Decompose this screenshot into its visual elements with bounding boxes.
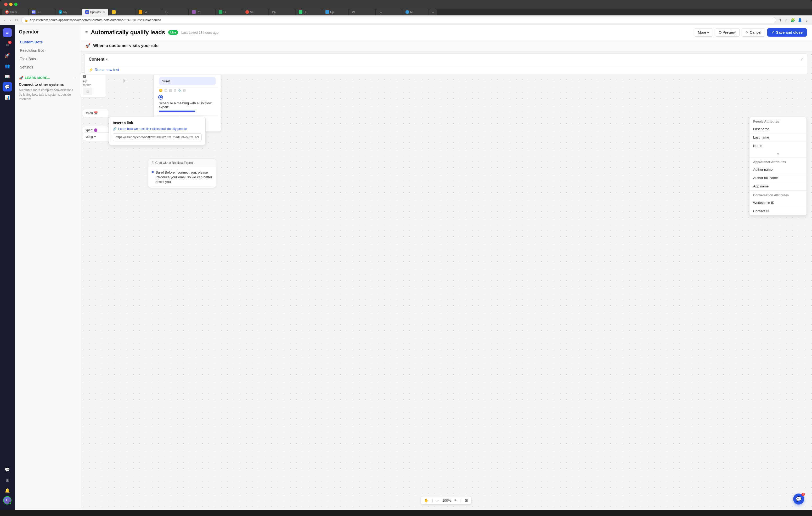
chat-support-button[interactable]: 💬 2 <box>793 493 804 505</box>
partial-browsing-text: vsing •• <box>86 135 109 139</box>
cancel-button[interactable]: ✕ Cancel <box>742 28 765 37</box>
partial-node-help: 🖼 elpmpler 🖼 <box>80 72 106 97</box>
sidebar-icon-operator[interactable]: 💬 <box>3 82 12 91</box>
attr-contact-id[interactable]: Contact ID <box>750 207 807 215</box>
close-window[interactable] <box>4 3 7 6</box>
tab-bc[interactable]: BC BC <box>29 9 55 16</box>
header-menu-icon[interactable]: ≡ <box>85 30 88 35</box>
preview-button[interactable]: Preview <box>715 28 740 37</box>
tab-gmail-label: Gmail <box>10 10 25 13</box>
attributes-panel: People attributes First name Last name N… <box>749 117 807 216</box>
sidebar-icon-people[interactable]: 👥 <box>3 61 12 70</box>
app-container: ≡ ✉ 2 🚀 👥 📖 💬 📊 💬 <box>0 25 812 510</box>
attr-last-name[interactable]: Last name <box>750 133 807 142</box>
add-tab-icon: + <box>432 11 434 14</box>
chat-bubble-icon: 💬 <box>796 496 802 502</box>
learn-more-section: 🚀 LEARN MORE... − <box>19 75 76 80</box>
task-bots-label: Task Bots <box>20 57 36 61</box>
tab-gmail[interactable]: M Gmail <box>2 9 28 16</box>
attr-app-name[interactable]: App name <box>750 182 807 190</box>
back-button[interactable]: ‹ <box>3 18 6 23</box>
sidebar-icon-inbox[interactable]: ✉ 2 <box>3 40 12 50</box>
attachment-icon[interactable]: 📎 <box>178 89 181 92</box>
more-button[interactable]: More ▾ <box>694 28 713 37</box>
nav-custom-bots[interactable]: Custom Bots <box>14 38 80 46</box>
attr-name[interactable]: Name <box>750 142 807 150</box>
cancel-x-icon: ✕ <box>746 30 749 34</box>
save-close-button[interactable]: ✓ Save and close <box>767 28 807 37</box>
tab-close-icon[interactable]: ✕ <box>103 11 105 13</box>
run-test-button[interactable]: ⚡ Run a new test <box>89 68 119 72</box>
image-icon[interactable]: 🖼 <box>164 89 167 92</box>
fullscreen-icon[interactable]: ⤢ <box>800 57 803 61</box>
sidebar-icon-books[interactable]: 📖 <box>3 72 12 81</box>
tab-bo[interactable]: Bo <box>136 9 162 16</box>
tab-my[interactable]: M My <box>55 9 82 16</box>
tab-fr[interactable]: Fr <box>215 9 242 16</box>
refresh-button[interactable]: ↻ <box>14 18 19 23</box>
resolution-bot-label: Resolution Bot <box>20 48 44 53</box>
tab-lo[interactable]: Lo <box>376 9 402 16</box>
app-author-section-title: App/author attributes <box>750 158 807 165</box>
learn-more-label[interactable]: LEARN MORE... <box>25 76 72 80</box>
tab-add[interactable]: + <box>429 9 437 16</box>
sidebar-icon-notifications[interactable]: 🔔 <box>3 486 12 495</box>
outbound-icon: 🚀 <box>5 53 10 58</box>
tab-qu[interactable]: Qu <box>296 9 322 16</box>
address-bar[interactable]: 🔒 app.intercom.com/a/apps/dpwjcvvo/opera… <box>21 17 776 23</box>
sidebar-icon-reports[interactable]: 📊 <box>3 93 12 102</box>
tab-ch[interactable]: Ch <box>269 9 295 16</box>
more-chevron-icon: ▾ <box>707 30 709 34</box>
learn-more-collapse-icon[interactable]: − <box>73 75 76 80</box>
zoom-out-button[interactable]: − <box>437 498 439 503</box>
tab-pr[interactable]: Pr <box>189 9 215 16</box>
radio-selected[interactable] <box>159 95 163 99</box>
apps-icon: ⊞ <box>6 478 9 483</box>
sidebar-icon-outbound[interactable]: 🚀 <box>3 51 12 60</box>
table-icon[interactable]: ▦ <box>169 89 172 92</box>
sure-bubble: Sure! <box>159 77 216 85</box>
attr-author-name[interactable]: Author name <box>750 165 807 174</box>
tab-mi[interactable]: Mi <box>402 9 429 16</box>
profile-icon[interactable]: 👤 <box>797 18 803 23</box>
extensions-icon[interactable]: 🧩 <box>790 18 795 23</box>
button-icon[interactable]: ⊡ <box>173 89 176 92</box>
attributes-expand-icon[interactable]: ∨ <box>750 150 807 157</box>
forward-button[interactable]: › <box>9 18 12 23</box>
more-options-icon[interactable]: ⊡ <box>183 89 186 92</box>
tab-operator-active[interactable]: 🤖 Operator ✕ <box>82 9 108 16</box>
conversations-icon: 💬 <box>5 467 10 472</box>
tab-se[interactable]: Se <box>242 9 268 16</box>
emoji-icon[interactable]: 😊 <box>159 89 163 92</box>
share-icon[interactable]: ⬆ <box>778 18 782 23</box>
user-avatar[interactable]: U <box>3 496 11 505</box>
attr-workspace-id[interactable]: Workspace ID <box>750 199 807 207</box>
content-label[interactable]: Content ▾ <box>89 57 108 62</box>
tab-mi-label: Mi <box>410 10 425 13</box>
task-bots-chevron: › <box>37 58 38 60</box>
minimize-window[interactable] <box>9 3 12 6</box>
tab-el[interactable]: El <box>109 9 135 16</box>
zoom-in-button[interactable]: + <box>454 498 457 503</box>
run-test-row: ⚡ Run a new test <box>85 65 808 75</box>
tab-w[interactable]: W <box>349 9 375 16</box>
nav-task-bots[interactable]: Task Bots › <box>14 55 80 63</box>
tab-up[interactable]: Up <box>322 9 348 16</box>
nav-settings[interactable]: Settings <box>14 63 80 71</box>
settings-icon[interactable]: ⋮ <box>804 18 809 23</box>
partial-help-text: elpmpler <box>83 80 103 87</box>
sidebar-icon-apps[interactable]: ⊞ <box>3 475 12 485</box>
nav-resolution-bot[interactable]: Resolution Bot › <box>14 46 80 55</box>
maximize-window[interactable] <box>14 3 18 6</box>
toolbar-divider-2: | <box>460 498 461 503</box>
attr-author-full-name[interactable]: Author full name <box>750 174 807 182</box>
grid-view-icon[interactable]: ⊞ <box>465 498 468 503</box>
attr-first-name[interactable]: First name <box>750 125 807 133</box>
sidebar-icon-conversations[interactable]: 💬 <box>3 465 12 474</box>
insert-link-help-text[interactable]: Learn how we track link clicks and ident… <box>118 127 187 131</box>
hand-tool-icon[interactable]: ✋ <box>424 498 429 503</box>
bookmark-icon[interactable]: ☆ <box>784 18 788 23</box>
insert-link-help: 🔗 Learn how we track link clicks and ide… <box>113 127 202 131</box>
insert-link-url-input[interactable] <box>113 133 202 141</box>
tab-ur[interactable]: Ur <box>162 9 188 16</box>
